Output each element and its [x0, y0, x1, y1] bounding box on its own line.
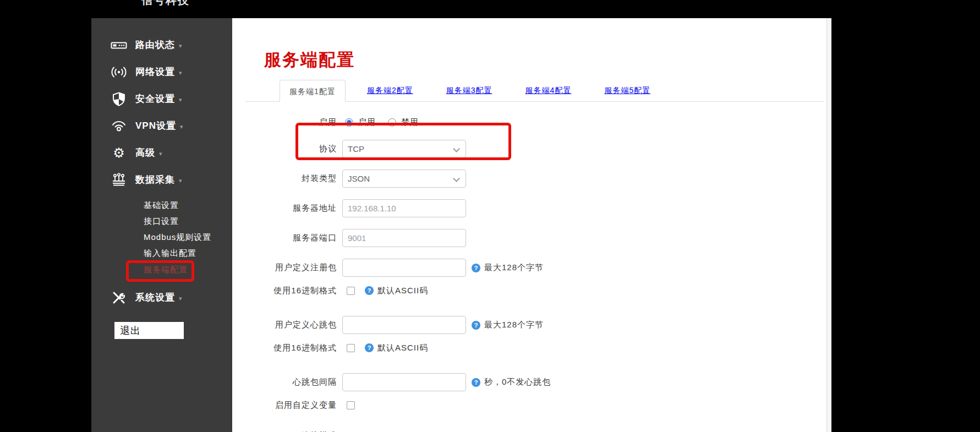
- sidebar: 路由状态 ▾ 网络设置 ▾ 安全设置 ▾ VPN设置 ▾ ⚙ 高级: [91, 18, 232, 432]
- heartbeat-interval-hint: 秒，0不发心跳包: [484, 377, 551, 387]
- main-panel: 服务端配置 服务端1配置 服务端2配置 服务端3配置 服务端4配置 服务端5配置…: [232, 18, 831, 432]
- server-port-row: 服务器端口: [264, 229, 831, 247]
- tab-server-5[interactable]: 服务端5配置: [604, 79, 650, 101]
- header-chevron-icon: ˇ: [238, 0, 240, 4]
- help-icon[interactable]: ?: [365, 343, 374, 352]
- submenu-item-interface-settings[interactable]: 接口设置: [91, 213, 232, 229]
- enable-radio-off-label: 禁用: [401, 117, 419, 128]
- heartbeat-interval-row: 心跳包间隔 ? 秒，0不发心跳包: [264, 373, 831, 391]
- router-icon: [110, 38, 128, 52]
- protocol-label: 协议: [264, 144, 337, 154]
- sidebar-item-label: 安全设置: [135, 92, 175, 105]
- hex-format-hint-1: 默认ASCII码: [377, 286, 428, 296]
- sidebar-item-security-settings[interactable]: 安全设置 ▾: [91, 85, 232, 112]
- custom-var-label: 启用自定义变量: [264, 400, 337, 411]
- submenu-item-modbus-rules[interactable]: Modbus规则设置: [91, 229, 232, 245]
- hex-format-hint-2: 默认ASCII码: [377, 343, 428, 353]
- chevron-down-icon: ▾: [179, 177, 182, 184]
- reg-packet-label: 用户定义注册包: [264, 263, 337, 273]
- sidebar-item-label: 网络设置: [135, 65, 175, 78]
- hex-format-checkbox-2[interactable]: [347, 344, 355, 352]
- submenu-item-io-config[interactable]: 输入输出配置: [91, 245, 232, 261]
- chevron-down-icon: [453, 145, 460, 152]
- heartbeat-packet-label: 用户定义心跳包: [264, 320, 337, 330]
- vertical-scrollbar[interactable]: [826, 18, 831, 432]
- sidebar-item-label: 数据采集: [135, 173, 175, 186]
- encap-type-select-value: JSON: [348, 174, 370, 183]
- enable-label: 启用: [264, 117, 337, 128]
- enable-row: 启用 启用 禁用: [264, 116, 831, 129]
- server-config-form: 启用 启用 禁用 协议 TCP: [264, 116, 831, 432]
- sidebar-item-system-settings[interactable]: 系统设置 ▾: [91, 284, 232, 311]
- sidebar-item-advanced[interactable]: ⚙ 高级 ▾: [91, 139, 232, 166]
- hex-format-row-2: 使用16进制格式 ? 默认ASCII码: [264, 343, 831, 352]
- brand-logo: 信号科技: [141, 0, 190, 8]
- encap-type-row: 封装类型 JSON: [264, 169, 831, 188]
- enable-radio-off[interactable]: [388, 118, 396, 127]
- help-icon[interactable]: ?: [472, 378, 480, 387]
- sidebar-item-label: 高级: [135, 146, 155, 159]
- server-addr-label: 服务器地址: [264, 203, 337, 214]
- data-collect-icon: [110, 173, 128, 187]
- sidebar-item-router-status[interactable]: 路由状态 ▾: [91, 31, 232, 58]
- enable-radio-on-label: 启用: [358, 117, 376, 128]
- reg-packet-row: 用户定义注册包 ? 最大128个字节: [264, 259, 831, 277]
- top-header: 信号科技 ˇ: [0, 0, 980, 18]
- chevron-down-icon: ▾: [180, 123, 183, 130]
- protocol-select[interactable]: TCP: [342, 140, 466, 158]
- chevron-down-icon: ▾: [179, 69, 182, 76]
- tab-server-3[interactable]: 服务端3配置: [446, 79, 492, 101]
- protocol-select-value: TCP: [348, 144, 364, 154]
- server-port-label: 服务器端口: [264, 233, 337, 243]
- submenu-item-basic-settings[interactable]: 基础设置: [91, 197, 232, 213]
- custom-var-row: 启用自定义变量: [264, 401, 831, 409]
- encap-type-select[interactable]: JSON: [342, 169, 466, 188]
- hex-format-checkbox-1[interactable]: [347, 287, 355, 295]
- sidebar-item-data-collection[interactable]: 数据采集 ▾: [91, 166, 232, 193]
- custom-var-checkbox[interactable]: [347, 401, 355, 409]
- hex-format-row-1: 使用16进制格式 ? 默认ASCII码: [264, 286, 831, 295]
- reg-packet-hint: 最大128个字节: [484, 263, 544, 273]
- reg-packet-input[interactable]: [342, 259, 466, 277]
- chevron-down-icon: ▾: [179, 42, 182, 50]
- exit-button[interactable]: 退出: [114, 322, 184, 339]
- heartbeat-interval-label: 心跳包间隔: [264, 377, 337, 387]
- server-addr-input[interactable]: [342, 199, 466, 217]
- hex-format-label: 使用16进制格式: [264, 343, 337, 353]
- server-config-tabs: 服务端1配置 服务端2配置 服务端3配置 服务端4配置 服务端5配置: [245, 80, 824, 102]
- sidebar-item-label: 路由状态: [135, 39, 175, 51]
- data-collection-submenu: 基础设置 接口设置 Modbus规则设置 输入输出配置 服务端配置: [91, 197, 232, 280]
- page-title: 服务端配置: [264, 48, 831, 72]
- app-window: 路由状态 ▾ 网络设置 ▾ 安全设置 ▾ VPN设置 ▾ ⚙ 高级: [91, 18, 831, 432]
- help-icon[interactable]: ?: [365, 286, 374, 295]
- heartbeat-packet-input[interactable]: [342, 316, 466, 334]
- heartbeat-interval-input[interactable]: [342, 373, 466, 391]
- chevron-down-icon: [453, 175, 460, 182]
- enable-radio-on[interactable]: [345, 118, 353, 127]
- server-port-input[interactable]: [342, 229, 466, 247]
- submenu-item-server-config[interactable]: 服务端配置: [91, 261, 232, 280]
- gear-icon: ⚙: [110, 146, 128, 160]
- tools-icon: [110, 291, 128, 305]
- hex-format-label: 使用16进制格式: [264, 286, 337, 296]
- sidebar-item-label: VPN设置: [135, 119, 176, 132]
- help-icon[interactable]: ?: [472, 321, 480, 330]
- encap-type-label: 封装类型: [264, 173, 337, 184]
- protocol-row: 协议 TCP: [264, 140, 831, 158]
- tab-server-4[interactable]: 服务端4配置: [525, 79, 572, 101]
- wifi-icon: [110, 119, 128, 133]
- help-icon[interactable]: ?: [472, 264, 480, 272]
- sidebar-item-network-settings[interactable]: 网络设置 ▾: [91, 58, 232, 85]
- chevron-down-icon: ▾: [179, 295, 182, 302]
- tab-server-1[interactable]: 服务端1配置: [280, 80, 346, 102]
- server-addr-row: 服务器地址: [264, 199, 831, 217]
- tab-server-2[interactable]: 服务端2配置: [367, 79, 413, 101]
- signal-icon: [110, 65, 128, 79]
- chevron-down-icon: ▾: [159, 150, 162, 157]
- sidebar-item-label: 系统设置: [135, 291, 175, 304]
- shield-icon: [110, 92, 128, 106]
- heartbeat-packet-row: 用户定义心跳包 ? 最大128个字节: [264, 316, 831, 334]
- chevron-down-icon: ▾: [179, 96, 182, 103]
- heartbeat-packet-hint: 最大128个字节: [484, 320, 544, 330]
- sidebar-item-vpn-settings[interactable]: VPN设置 ▾: [91, 112, 232, 139]
